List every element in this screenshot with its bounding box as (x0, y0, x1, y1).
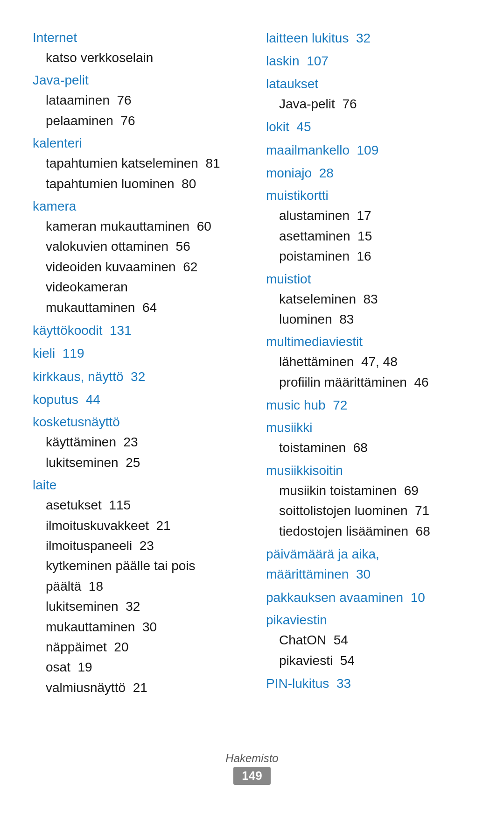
sub-item: asetukset 115 (33, 495, 238, 515)
sub-item: videoiden kuvaaminen 62 (33, 257, 238, 277)
entry-heading: koputus 44 (33, 389, 238, 410)
entry-heading: Internet (33, 28, 238, 48)
entry-heading: päivämäärä ja aika, määrittäminen 30 (266, 544, 471, 585)
sub-item: ilmoituspaneeli 23 (33, 536, 238, 556)
sub-item: mukauttaminen 30 (33, 617, 238, 637)
index-entry: latauksetJava-pelit 76 (266, 74, 471, 114)
sub-item: tapahtumien katseleminen 81 (33, 153, 238, 173)
entry-heading: pakkauksen avaaminen 10 (266, 587, 471, 608)
entry-heading: muistiot (266, 269, 471, 289)
sub-item: pikaviesti 54 (266, 650, 471, 671)
sub-item: tiedostojen lisääminen 68 (266, 521, 471, 541)
sub-item: Java-pelit 76 (266, 94, 471, 114)
sub-item: musiikin toistaminen 69 (266, 481, 471, 501)
sub-item: käyttäminen 23 (33, 432, 238, 452)
entry-heading: lokit 45 (266, 117, 471, 137)
sub-item: alustaminen 17 (266, 205, 471, 226)
sub-item: ChatON 54 (266, 630, 471, 650)
page: Internetkatso verkkoselainJava-pelitlata… (0, 0, 504, 827)
entry-heading: kamera (33, 197, 238, 216)
index-entry: music hub 72 (266, 395, 471, 415)
index-entry: multimediaviestitlähettäminen 47, 48prof… (266, 332, 471, 392)
sub-item: toistaminen 68 (266, 438, 471, 458)
sub-item: valokuvien ottaminen 56 (33, 236, 238, 256)
sub-item: valmiusnäyttö 21 (33, 678, 238, 698)
sub-item: lataaminen 76 (33, 90, 238, 110)
index-entry: laitteen lukitus 32 (266, 28, 471, 48)
page-footer: Hakemisto 149 (33, 752, 471, 790)
entry-heading: kirkkaus, näyttö 32 (33, 367, 238, 387)
entry-heading: Java-pelit (33, 71, 238, 90)
entry-heading: kosketusnäyttö (33, 412, 238, 432)
sub-item: osat 19 (33, 657, 238, 677)
index-entry: muistikorttialustaminen 17asettaminen 15… (266, 186, 471, 266)
index-entry: Internetkatso verkkoselain (33, 28, 238, 68)
entry-heading: käyttökoodit 131 (33, 320, 238, 340)
index-entry: PIN-lukitus 33 (266, 673, 471, 693)
sub-item: soittolistojen luominen 71 (266, 501, 471, 521)
index-entry: pikaviestinChatON 54pikaviesti 54 (266, 610, 471, 671)
content-columns: Internetkatso verkkoselainJava-pelitlata… (33, 28, 471, 733)
sub-item: asettaminen 15 (266, 226, 471, 246)
entry-heading: moniajo 28 (266, 163, 471, 183)
entry-heading: laite (33, 475, 238, 495)
entry-heading: laitteen lukitus 32 (266, 28, 471, 48)
entry-heading: kalenteri (33, 134, 238, 153)
index-entry: lokit 45 (266, 117, 471, 137)
footer-label: Hakemisto (33, 752, 471, 765)
sub-item: näppäimet 20 (33, 637, 238, 657)
index-entry: musiikkitoistaminen 68 (266, 418, 471, 458)
entry-heading: PIN-lukitus 33 (266, 673, 471, 693)
sub-item: poistaminen 16 (266, 246, 471, 266)
sub-item: katso verkkoselain (33, 48, 238, 68)
sub-item: luominen 83 (266, 309, 471, 329)
page-number: 149 (233, 767, 270, 785)
index-entry: moniajo 28 (266, 163, 471, 183)
sub-item: lähettäminen 47, 48 (266, 352, 471, 372)
index-entry: muistiotkatseleminen 83luominen 83 (266, 269, 471, 330)
right-column: laitteen lukitus 32laskin 107latauksetJa… (257, 28, 471, 733)
index-entry: laskin 107 (266, 51, 471, 71)
entry-heading: music hub 72 (266, 395, 471, 415)
entry-heading: lataukset (266, 74, 471, 94)
entry-heading: muistikortti (266, 186, 471, 205)
index-entry: kieli 119 (33, 343, 238, 363)
entry-heading: multimediaviestit (266, 332, 471, 352)
sub-item: kameran mukauttaminen 60 (33, 216, 238, 236)
entry-heading: pikaviestin (266, 610, 471, 630)
index-entry: maailmankello 109 (266, 140, 471, 160)
entry-heading: kieli 119 (33, 343, 238, 363)
index-entry: päivämäärä ja aika, määrittäminen 30 (266, 544, 471, 585)
sub-item: katseleminen 83 (266, 289, 471, 309)
sub-item: lukitseminen 25 (33, 452, 238, 473)
index-entry: kalenteritapahtumien katseleminen 81tapa… (33, 134, 238, 194)
entry-heading: musiikkisoitin (266, 461, 471, 481)
entry-heading: maailmankello 109 (266, 140, 471, 160)
index-entry: musiikkisoitinmusiikin toistaminen 69soi… (266, 461, 471, 541)
index-entry: kamerakameran mukauttaminen 60valokuvien… (33, 197, 238, 318)
sub-item: lukitseminen 32 (33, 596, 238, 616)
index-entry: kosketusnäyttökäyttäminen 23lukitseminen… (33, 412, 238, 473)
sub-item: profiilin määrittäminen 46 (266, 372, 471, 392)
entry-heading: laskin 107 (266, 51, 471, 71)
sub-item: videokameran mukauttaminen 64 (33, 277, 238, 318)
left-column: Internetkatso verkkoselainJava-pelitlata… (33, 28, 257, 733)
sub-item: kytkeminen päälle tai pois päältä 18 (33, 556, 238, 596)
index-entry: koputus 44 (33, 389, 238, 410)
entry-heading: musiikki (266, 418, 471, 438)
index-entry: laiteasetukset 115ilmoituskuvakkeet 21il… (33, 475, 238, 698)
sub-item: pelaaminen 76 (33, 111, 238, 131)
index-entry: pakkauksen avaaminen 10 (266, 587, 471, 608)
index-entry: Java-pelitlataaminen 76pelaaminen 76 (33, 71, 238, 131)
index-entry: käyttökoodit 131 (33, 320, 238, 340)
sub-item: tapahtumien luominen 80 (33, 174, 238, 194)
sub-item: ilmoituskuvakkeet 21 (33, 516, 238, 536)
index-entry: kirkkaus, näyttö 32 (33, 367, 238, 387)
